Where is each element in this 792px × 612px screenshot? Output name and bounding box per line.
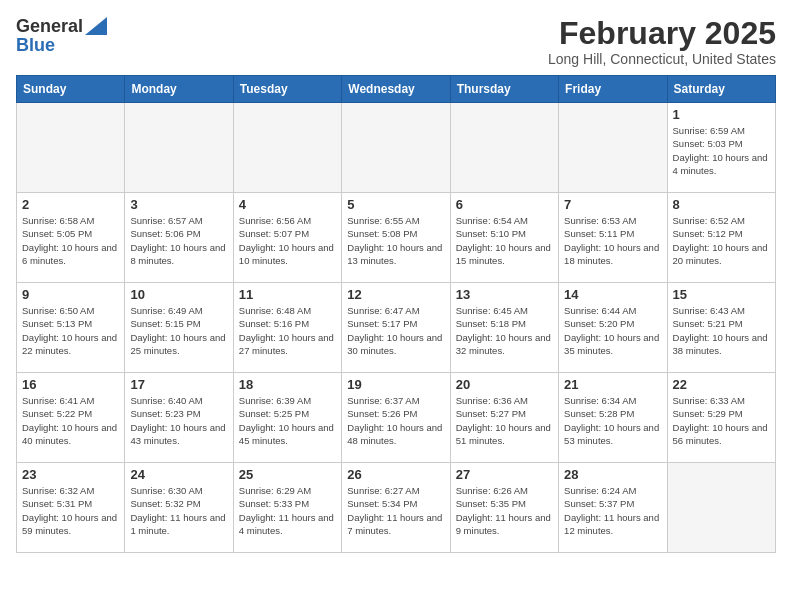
day-cell: 26Sunrise: 6:27 AM Sunset: 5:34 PM Dayli… [342, 463, 450, 553]
day-number: 10 [130, 287, 227, 302]
day-number: 28 [564, 467, 661, 482]
day-number: 16 [22, 377, 119, 392]
day-number: 8 [673, 197, 770, 212]
day-number: 25 [239, 467, 336, 482]
day-cell: 11Sunrise: 6:48 AM Sunset: 5:16 PM Dayli… [233, 283, 341, 373]
day-info: Sunrise: 6:29 AM Sunset: 5:33 PM Dayligh… [239, 484, 336, 537]
header-monday: Monday [125, 76, 233, 103]
day-number: 22 [673, 377, 770, 392]
day-number: 14 [564, 287, 661, 302]
day-info: Sunrise: 6:26 AM Sunset: 5:35 PM Dayligh… [456, 484, 553, 537]
day-info: Sunrise: 6:39 AM Sunset: 5:25 PM Dayligh… [239, 394, 336, 447]
day-cell: 9Sunrise: 6:50 AM Sunset: 5:13 PM Daylig… [17, 283, 125, 373]
day-number: 7 [564, 197, 661, 212]
day-cell: 1Sunrise: 6:59 AM Sunset: 5:03 PM Daylig… [667, 103, 775, 193]
header-thursday: Thursday [450, 76, 558, 103]
header-friday: Friday [559, 76, 667, 103]
day-cell: 2Sunrise: 6:58 AM Sunset: 5:05 PM Daylig… [17, 193, 125, 283]
day-number: 6 [456, 197, 553, 212]
day-number: 3 [130, 197, 227, 212]
week-row-5: 23Sunrise: 6:32 AM Sunset: 5:31 PM Dayli… [17, 463, 776, 553]
day-cell: 15Sunrise: 6:43 AM Sunset: 5:21 PM Dayli… [667, 283, 775, 373]
day-cell [450, 103, 558, 193]
svg-marker-0 [85, 17, 107, 35]
week-row-4: 16Sunrise: 6:41 AM Sunset: 5:22 PM Dayli… [17, 373, 776, 463]
day-cell: 20Sunrise: 6:36 AM Sunset: 5:27 PM Dayli… [450, 373, 558, 463]
day-cell: 10Sunrise: 6:49 AM Sunset: 5:15 PM Dayli… [125, 283, 233, 373]
page-header: General Blue February 2025 Long Hill, Co… [16, 16, 776, 67]
day-cell: 12Sunrise: 6:47 AM Sunset: 5:17 PM Dayli… [342, 283, 450, 373]
day-number: 24 [130, 467, 227, 482]
logo-icon [85, 17, 107, 35]
logo: General Blue [16, 16, 107, 56]
day-number: 23 [22, 467, 119, 482]
day-number: 21 [564, 377, 661, 392]
calendar-title: February 2025 [548, 16, 776, 51]
day-cell [125, 103, 233, 193]
day-number: 15 [673, 287, 770, 302]
calendar-table: Sunday Monday Tuesday Wednesday Thursday… [16, 75, 776, 553]
week-row-2: 2Sunrise: 6:58 AM Sunset: 5:05 PM Daylig… [17, 193, 776, 283]
day-cell: 21Sunrise: 6:34 AM Sunset: 5:28 PM Dayli… [559, 373, 667, 463]
header-tuesday: Tuesday [233, 76, 341, 103]
day-info: Sunrise: 6:53 AM Sunset: 5:11 PM Dayligh… [564, 214, 661, 267]
day-info: Sunrise: 6:49 AM Sunset: 5:15 PM Dayligh… [130, 304, 227, 357]
day-number: 18 [239, 377, 336, 392]
day-info: Sunrise: 6:34 AM Sunset: 5:28 PM Dayligh… [564, 394, 661, 447]
day-number: 27 [456, 467, 553, 482]
day-number: 11 [239, 287, 336, 302]
day-cell [233, 103, 341, 193]
day-info: Sunrise: 6:40 AM Sunset: 5:23 PM Dayligh… [130, 394, 227, 447]
week-row-3: 9Sunrise: 6:50 AM Sunset: 5:13 PM Daylig… [17, 283, 776, 373]
day-number: 26 [347, 467, 444, 482]
day-info: Sunrise: 6:54 AM Sunset: 5:10 PM Dayligh… [456, 214, 553, 267]
day-cell: 13Sunrise: 6:45 AM Sunset: 5:18 PM Dayli… [450, 283, 558, 373]
day-number: 13 [456, 287, 553, 302]
day-cell: 24Sunrise: 6:30 AM Sunset: 5:32 PM Dayli… [125, 463, 233, 553]
logo-blue-text: Blue [16, 35, 55, 56]
day-info: Sunrise: 6:45 AM Sunset: 5:18 PM Dayligh… [456, 304, 553, 357]
day-info: Sunrise: 6:24 AM Sunset: 5:37 PM Dayligh… [564, 484, 661, 537]
day-info: Sunrise: 6:37 AM Sunset: 5:26 PM Dayligh… [347, 394, 444, 447]
day-info: Sunrise: 6:55 AM Sunset: 5:08 PM Dayligh… [347, 214, 444, 267]
day-cell: 19Sunrise: 6:37 AM Sunset: 5:26 PM Dayli… [342, 373, 450, 463]
day-cell: 28Sunrise: 6:24 AM Sunset: 5:37 PM Dayli… [559, 463, 667, 553]
calendar-header-row: Sunday Monday Tuesday Wednesday Thursday… [17, 76, 776, 103]
day-number: 2 [22, 197, 119, 212]
day-info: Sunrise: 6:59 AM Sunset: 5:03 PM Dayligh… [673, 124, 770, 177]
day-cell: 8Sunrise: 6:52 AM Sunset: 5:12 PM Daylig… [667, 193, 775, 283]
day-number: 17 [130, 377, 227, 392]
calendar-subtitle: Long Hill, Connecticut, United States [548, 51, 776, 67]
day-cell [559, 103, 667, 193]
day-number: 12 [347, 287, 444, 302]
day-number: 9 [22, 287, 119, 302]
day-number: 4 [239, 197, 336, 212]
day-cell: 4Sunrise: 6:56 AM Sunset: 5:07 PM Daylig… [233, 193, 341, 283]
day-cell [342, 103, 450, 193]
day-cell: 14Sunrise: 6:44 AM Sunset: 5:20 PM Dayli… [559, 283, 667, 373]
day-info: Sunrise: 6:58 AM Sunset: 5:05 PM Dayligh… [22, 214, 119, 267]
day-cell: 7Sunrise: 6:53 AM Sunset: 5:11 PM Daylig… [559, 193, 667, 283]
day-info: Sunrise: 6:33 AM Sunset: 5:29 PM Dayligh… [673, 394, 770, 447]
day-info: Sunrise: 6:36 AM Sunset: 5:27 PM Dayligh… [456, 394, 553, 447]
title-block: February 2025 Long Hill, Connecticut, Un… [548, 16, 776, 67]
day-cell: 18Sunrise: 6:39 AM Sunset: 5:25 PM Dayli… [233, 373, 341, 463]
day-info: Sunrise: 6:50 AM Sunset: 5:13 PM Dayligh… [22, 304, 119, 357]
day-info: Sunrise: 6:30 AM Sunset: 5:32 PM Dayligh… [130, 484, 227, 537]
day-info: Sunrise: 6:57 AM Sunset: 5:06 PM Dayligh… [130, 214, 227, 267]
day-info: Sunrise: 6:52 AM Sunset: 5:12 PM Dayligh… [673, 214, 770, 267]
day-info: Sunrise: 6:43 AM Sunset: 5:21 PM Dayligh… [673, 304, 770, 357]
day-number: 19 [347, 377, 444, 392]
day-info: Sunrise: 6:41 AM Sunset: 5:22 PM Dayligh… [22, 394, 119, 447]
day-info: Sunrise: 6:27 AM Sunset: 5:34 PM Dayligh… [347, 484, 444, 537]
day-number: 1 [673, 107, 770, 122]
week-row-1: 1Sunrise: 6:59 AM Sunset: 5:03 PM Daylig… [17, 103, 776, 193]
day-cell: 16Sunrise: 6:41 AM Sunset: 5:22 PM Dayli… [17, 373, 125, 463]
logo-general-text: General [16, 16, 83, 37]
header-sunday: Sunday [17, 76, 125, 103]
day-info: Sunrise: 6:32 AM Sunset: 5:31 PM Dayligh… [22, 484, 119, 537]
day-cell [667, 463, 775, 553]
day-cell: 25Sunrise: 6:29 AM Sunset: 5:33 PM Dayli… [233, 463, 341, 553]
day-number: 20 [456, 377, 553, 392]
day-info: Sunrise: 6:56 AM Sunset: 5:07 PM Dayligh… [239, 214, 336, 267]
